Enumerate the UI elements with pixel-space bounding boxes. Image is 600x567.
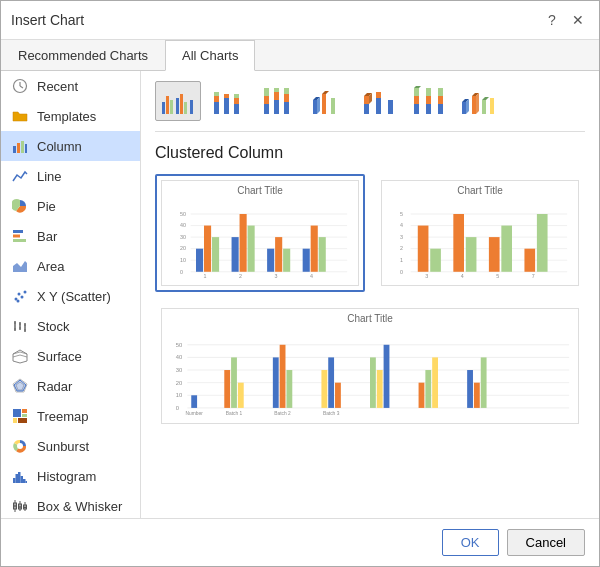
svg-rect-65 — [214, 96, 219, 102]
column-chart-icon — [11, 137, 29, 155]
svg-rect-68 — [224, 94, 229, 98]
svg-rect-188 — [224, 370, 230, 408]
svg-text:20: 20 — [180, 245, 186, 251]
svg-rect-75 — [274, 100, 279, 114]
main-panel: Clustered Column Chart Title 0 10 20 30 … — [141, 71, 599, 518]
line-chart-icon — [11, 167, 29, 185]
chart-preview-3[interactable]: Chart Title 0 10 20 30 40 50 — [155, 302, 585, 430]
svg-rect-31 — [22, 414, 27, 417]
svg-point-14 — [24, 291, 27, 294]
chart-subtype-clustered-col[interactable] — [155, 81, 201, 121]
svg-text:5: 5 — [496, 273, 499, 278]
svg-rect-69 — [234, 104, 239, 114]
svg-rect-76 — [274, 92, 279, 100]
sidebar-item-pie[interactable]: Pie — [1, 191, 140, 221]
svg-rect-3 — [13, 146, 16, 153]
sidebar-label-recent: Recent — [37, 79, 78, 94]
chart-subtype-3d-col[interactable] — [455, 81, 501, 121]
title-bar-buttons: ? ✕ — [541, 9, 589, 31]
svg-text:40: 40 — [176, 354, 182, 360]
tab-recommended[interactable]: Recommended Charts — [1, 40, 165, 71]
svg-text:40: 40 — [180, 222, 186, 228]
svg-text:50: 50 — [180, 211, 186, 217]
chart-subtype-100-stacked-col[interactable] — [255, 81, 301, 121]
svg-marker-83 — [317, 97, 320, 114]
sidebar-item-templates[interactable]: Templates — [1, 101, 140, 131]
svg-marker-109 — [476, 93, 479, 114]
svg-rect-92 — [376, 92, 381, 98]
svg-text:20: 20 — [176, 380, 182, 386]
svg-rect-59 — [170, 100, 173, 114]
sidebar-item-recent[interactable]: Recent — [1, 71, 140, 101]
svg-rect-30 — [22, 409, 27, 413]
sidebar-label-pie: Pie — [37, 199, 56, 214]
sidebar-label-histogram: Histogram — [37, 469, 96, 484]
close-button[interactable]: ✕ — [567, 9, 589, 31]
sidebar-item-box-whisker[interactable]: Box & Whisker — [1, 491, 140, 518]
svg-rect-127 — [212, 237, 219, 272]
sidebar-item-scatter[interactable]: X Y (Scatter) — [1, 281, 140, 311]
svg-rect-93 — [388, 100, 393, 114]
svg-rect-162 — [466, 237, 477, 272]
sidebar-item-stock[interactable]: Stock — [1, 311, 140, 341]
sidebar-item-bar[interactable]: Bar — [1, 221, 140, 251]
sidebar-item-line[interactable]: Line — [1, 161, 140, 191]
svg-rect-194 — [321, 370, 327, 408]
svg-rect-98 — [426, 104, 431, 114]
svg-rect-36 — [16, 474, 19, 483]
svg-rect-160 — [430, 249, 441, 272]
svg-text:10: 10 — [180, 257, 186, 263]
svg-rect-8 — [13, 235, 20, 238]
svg-rect-37 — [18, 472, 21, 483]
scatter-chart-icon — [11, 287, 29, 305]
svg-rect-129 — [240, 214, 247, 272]
svg-rect-100 — [426, 88, 431, 96]
sidebar-item-column[interactable]: Column — [1, 131, 140, 161]
sidebar-item-sunburst[interactable]: Sunburst — [1, 431, 140, 461]
svg-text:2: 2 — [400, 245, 403, 251]
svg-text:0: 0 — [400, 269, 403, 275]
svg-rect-94 — [414, 104, 419, 114]
stock-chart-icon — [11, 317, 29, 335]
sidebar-item-surface[interactable]: Surface — [1, 341, 140, 371]
svg-rect-134 — [303, 249, 310, 272]
svg-rect-73 — [264, 96, 269, 104]
sidebar-item-treemap[interactable]: Treemap — [1, 401, 140, 431]
chart-preview-1[interactable]: Chart Title 0 10 20 30 40 50 — [155, 174, 365, 292]
tab-all-charts[interactable]: All Charts — [165, 40, 255, 71]
sidebar-item-radar[interactable]: Radar — [1, 371, 140, 401]
sidebar-label-bar: Bar — [37, 229, 57, 244]
chart-subtype-3d-stacked[interactable] — [355, 81, 401, 121]
svg-rect-163 — [489, 237, 500, 272]
svg-rect-130 — [248, 226, 255, 272]
sidebar-label-area: Area — [37, 259, 64, 274]
svg-rect-33 — [18, 418, 27, 423]
bar-chart-icon — [11, 227, 29, 245]
chart-preview-2[interactable]: Chart Title 0 1 2 3 4 5 — [375, 174, 585, 292]
svg-rect-101 — [438, 104, 443, 114]
svg-rect-79 — [284, 94, 289, 102]
svg-rect-60 — [176, 98, 179, 114]
ok-button[interactable]: OK — [442, 529, 499, 556]
svg-rect-193 — [286, 370, 292, 408]
svg-rect-7 — [13, 230, 23, 233]
folder-icon — [11, 107, 29, 125]
svg-point-13 — [21, 296, 24, 299]
sidebar-item-area[interactable]: Area — [1, 251, 140, 281]
chart-subtype-3d-clustered[interactable] — [305, 81, 351, 121]
svg-rect-64 — [214, 102, 219, 114]
svg-rect-35 — [13, 478, 16, 483]
help-button[interactable]: ? — [541, 9, 563, 31]
svg-text:30: 30 — [176, 367, 182, 373]
svg-rect-131 — [267, 249, 274, 272]
svg-rect-103 — [438, 88, 443, 96]
svg-rect-199 — [384, 345, 390, 408]
chart-preview-1-svg: 0 10 20 30 40 50 — [166, 198, 354, 278]
sidebar-label-box-whisker: Box & Whisker — [37, 499, 122, 514]
chart-subtype-3d-100-stacked[interactable] — [405, 81, 451, 121]
chart-section-title: Clustered Column — [155, 144, 585, 162]
svg-text:4: 4 — [310, 273, 313, 278]
chart-subtype-stacked-col[interactable] — [205, 81, 251, 121]
sidebar-item-histogram[interactable]: Histogram — [1, 461, 140, 491]
cancel-button[interactable]: Cancel — [507, 529, 585, 556]
